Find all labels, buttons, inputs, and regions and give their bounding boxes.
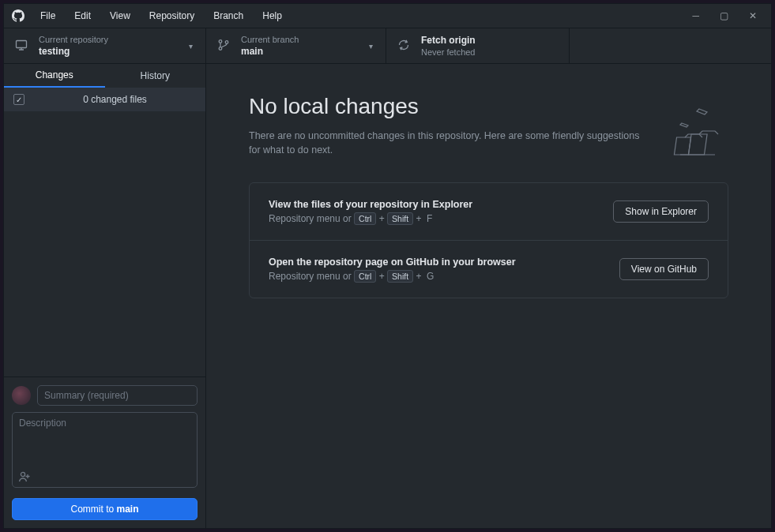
chevron-down-icon: ▾ [369, 42, 373, 51]
tab-changes[interactable]: Changes [4, 64, 105, 88]
git-branch-icon [217, 39, 230, 54]
svg-point-3 [225, 40, 228, 43]
toolbar-spacer [570, 28, 771, 63]
changed-files-header: ✓ 0 changed files [4, 88, 205, 111]
tab-history[interactable]: History [105, 64, 206, 88]
menu-file[interactable]: File [32, 7, 63, 24]
page-title: No local changes [249, 94, 728, 119]
current-repository-dropdown[interactable]: Current repository testing ▾ [4, 28, 206, 63]
menu-view[interactable]: View [102, 7, 138, 24]
description-input[interactable] [12, 412, 198, 488]
body: Changes History ✓ 0 changed files [4, 64, 771, 528]
svg-rect-7 [688, 134, 707, 155]
svg-point-2 [219, 47, 222, 50]
close-icon[interactable]: ✕ [749, 10, 757, 21]
show-in-explorer-button[interactable]: Show in Explorer [613, 200, 709, 223]
repo-value: testing [39, 45, 108, 58]
card-title: View the files of your repository in Exp… [269, 199, 472, 210]
changed-files-count: 0 changed files [34, 94, 196, 105]
file-list-empty [4, 111, 205, 377]
avatar [12, 386, 31, 405]
summary-input[interactable] [37, 385, 198, 406]
app-window: File Edit View Repository Branch Help ─ … [3, 3, 772, 529]
svg-point-4 [21, 472, 24, 476]
menu-repository[interactable]: Repository [141, 7, 202, 24]
fetch-origin-button[interactable]: Fetch origin Never fetched [386, 28, 570, 63]
card-hint: Repository menu or Ctrl + Shift + G [269, 271, 516, 282]
select-all-checkbox[interactable]: ✓ [13, 94, 24, 105]
card-hint: Repository menu or Ctrl + Shift + F [269, 213, 472, 224]
chevron-down-icon: ▾ [189, 42, 193, 51]
fetch-label: Fetch origin [421, 34, 476, 47]
commit-form: Commit to main [4, 377, 205, 528]
svg-rect-0 [17, 40, 27, 47]
titlebar: File Edit View Repository Branch Help ─ … [4, 4, 771, 28]
card-title: Open the repository page on GitHub in yo… [269, 257, 516, 268]
branch-label: Current branch [241, 34, 299, 45]
menu-help[interactable]: Help [254, 7, 290, 24]
window-controls: ─ ▢ ✕ [692, 10, 765, 21]
sync-icon [397, 39, 410, 54]
view-on-github-button[interactable]: View on GitHub [619, 258, 709, 280]
branch-value: main [241, 45, 299, 58]
page-subtitle: There are no uncommitted changes in this… [249, 129, 644, 157]
card-show-explorer: View the files of your repository in Exp… [250, 183, 728, 241]
github-logo-icon [12, 9, 24, 22]
svg-point-1 [219, 39, 222, 43]
card-view-github: Open the repository page on GitHub in yo… [250, 241, 728, 298]
menu-branch[interactable]: Branch [205, 7, 251, 24]
fetch-value: Never fetched [421, 47, 476, 58]
toolbar: Current repository testing ▾ Current bra… [4, 28, 771, 64]
add-coauthor-icon[interactable] [18, 470, 31, 485]
menu-edit[interactable]: Edit [66, 7, 99, 24]
suggestion-cards: View the files of your repository in Exp… [249, 182, 728, 298]
commit-button[interactable]: Commit to main [12, 498, 198, 520]
menu-bar: File Edit View Repository Branch Help [32, 7, 290, 24]
empty-state-illustration-icon [658, 101, 721, 164]
current-branch-dropdown[interactable]: Current branch main ▾ [206, 28, 386, 63]
sidebar-tabs: Changes History [4, 64, 205, 88]
desktop-icon [15, 39, 28, 54]
maximize-icon[interactable]: ▢ [720, 10, 728, 21]
minimize-icon[interactable]: ─ [692, 10, 699, 21]
repo-label: Current repository [39, 34, 108, 45]
sidebar: Changes History ✓ 0 changed files [4, 64, 206, 528]
